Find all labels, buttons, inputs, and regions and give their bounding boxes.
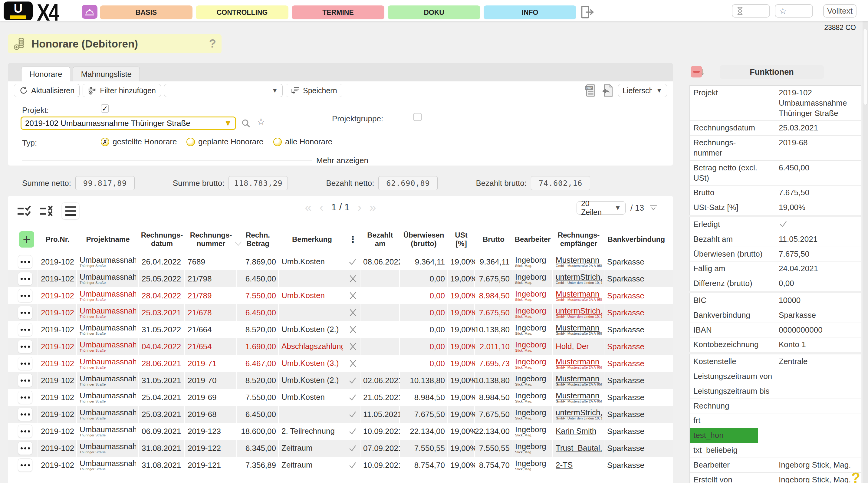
row-actions	[15, 423, 38, 440]
cell-remark	[279, 406, 345, 423]
cell-project-number[interactable]: 2019-102	[38, 338, 77, 355]
cell-invoice-recipient[interactable]: MustermannGmbH, Musterstraße 2A A-9567 M…	[553, 389, 604, 406]
chevron-down-icon: ▼	[614, 204, 621, 212]
detail-value: Konto 1	[776, 337, 861, 352]
add-filter-button[interactable]: Filter hinzufügen	[83, 84, 161, 97]
cell-invoice-recipient[interactable]: 2-TS	[553, 457, 604, 474]
row-menu-button[interactable]	[18, 408, 32, 421]
detail-value: 2019-68	[776, 136, 861, 160]
cell-project-number[interactable]: 2019-102	[38, 304, 77, 321]
detail-value: 0,00	[776, 276, 861, 291]
last-page-icon[interactable]: »	[369, 201, 376, 213]
tab-mahnungsliste[interactable]: Mahnungsliste	[73, 67, 140, 82]
pdf-export-icon[interactable]	[601, 84, 613, 97]
cell-invoice-number: 2019-123	[185, 423, 237, 440]
recent-items-field[interactable]	[732, 4, 770, 18]
project-favorite-star-icon[interactable]: ☆	[257, 116, 266, 127]
row-menu-button[interactable]	[18, 442, 32, 455]
saved-filter-select[interactable]: ▼	[164, 84, 283, 97]
cell-invoice-recipient[interactable]: Trust_Bautal,	[553, 440, 604, 457]
help-icon-yellow[interactable]: ?	[851, 470, 860, 483]
row-menu-button[interactable]	[18, 255, 32, 268]
favorites-field[interactable]: ☆	[775, 4, 813, 18]
cell-project-number[interactable]: 2019-102	[38, 287, 77, 304]
cell-bank: Sparkasse	[604, 321, 668, 338]
cell-invoice-recipient[interactable]: MustermannGmbH, Musterstraße 2A A-9567 M…	[553, 253, 604, 270]
cell-invoice-recipient[interactable]: Hold, Der	[553, 338, 604, 355]
nav-doku[interactable]: DOKU	[388, 5, 480, 20]
show-more-link[interactable]: Mehr anzeigen	[316, 156, 368, 165]
radio-alle-honorare[interactable]: alle Honorare	[273, 137, 332, 147]
cell-project-number[interactable]: 2019-102	[38, 321, 77, 338]
help-icon[interactable]: ?	[209, 37, 216, 50]
add-invoice-button[interactable]: +	[19, 231, 34, 248]
cell-invoice-recipient[interactable]: untermStrich,GmbH, Unter den Linden 10, …	[553, 304, 604, 321]
first-page-icon[interactable]: «	[305, 201, 311, 213]
radio-gestellte-honorare[interactable]: ✗gestellte Honorare	[101, 137, 177, 147]
row-menu-button[interactable]	[18, 458, 32, 472]
next-page-icon[interactable]: ›	[358, 201, 361, 213]
detail-table: Projekt2019-102 Umbaumassnahme Thüringer…	[689, 85, 861, 483]
scrollbar-thumb[interactable]	[863, 29, 867, 105]
radio-geplante-honorare[interactable]: geplante Honorare	[186, 137, 263, 147]
deselect-all-icon[interactable]	[39, 204, 55, 218]
row-menu-button[interactable]	[18, 374, 32, 387]
row-menu-button[interactable]	[18, 340, 32, 353]
nav-info[interactable]: INFO	[484, 5, 576, 20]
cell-project-number[interactable]: 2019-102	[38, 406, 77, 423]
project-checkbox[interactable]: ✓	[101, 104, 109, 112]
detail-value	[776, 413, 861, 428]
row-menu-button[interactable]	[18, 289, 32, 302]
row-menu-button[interactable]	[18, 391, 32, 404]
cell-vat: 19,00%	[447, 338, 475, 355]
scrollbar-track[interactable]	[863, 21, 868, 483]
row-menu-button[interactable]	[18, 357, 32, 370]
functions-header-button[interactable]: ↓ Funktionen	[720, 65, 824, 79]
cell-invoice-recipient[interactable]: untermStrich,GmbH, Unter den Linden 10, …	[553, 270, 604, 287]
rows-per-page-select[interactable]: 20 Zeilen ▼	[577, 201, 626, 215]
cell-invoice-recipient[interactable]: MustermannGmbH, Musterstraße 2A A-9567 M…	[553, 287, 604, 304]
nav-controlling[interactable]: CONTROLLING	[196, 5, 288, 20]
fulltext-search-button[interactable]: Volltext	[823, 4, 857, 18]
cell-project-number[interactable]: 2019-102	[38, 423, 77, 440]
csv-export-icon[interactable]: CSV	[584, 84, 596, 97]
tab-honorare[interactable]: Honorare	[21, 67, 70, 82]
cell-project-number[interactable]: 2019-102	[38, 270, 77, 287]
nav-termine[interactable]: TERMINE	[292, 5, 384, 20]
detail-label: Leistungszeitraum bis	[690, 384, 776, 398]
birthday-reminder-button[interactable]	[82, 5, 97, 19]
row-menu-button[interactable]	[18, 425, 32, 438]
logout-button[interactable]	[580, 5, 595, 20]
collapse-rows-icon[interactable]	[649, 204, 658, 212]
cell-vat: 19,00%	[447, 304, 475, 321]
delivery-note-select[interactable]: Lieferschein ▼	[618, 84, 667, 97]
row-menu-button[interactable]	[18, 306, 32, 319]
project-select[interactable]: 2019-102 Umbaumassnahme Thüringer Straße…	[21, 117, 236, 130]
cell-vat: 19,00%	[447, 372, 475, 389]
cell-project-number[interactable]: 2019-102	[38, 440, 77, 457]
cell-project-number[interactable]: 2019-102	[38, 389, 77, 406]
cell-project-number[interactable]: 2019-102	[38, 372, 77, 389]
cell-invoice-recipient[interactable]: untermStrich,GmbH, Unter den Linden 10, …	[553, 406, 604, 423]
table-row: 2019-102UmbaumassnahmeThüringer Straße04…	[8, 338, 673, 355]
cell-invoice-recipient[interactable]: MustermannGmbH, Musterstraße 2A A-9567 M…	[553, 321, 604, 338]
list-view-icon[interactable]	[62, 202, 79, 219]
row-menu-button[interactable]	[18, 323, 32, 336]
refresh-button[interactable]: Aktualisieren	[14, 84, 80, 97]
cell-invoice-recipient[interactable]: MustermannGmbH, Musterstraße 2A A-9567 M…	[553, 372, 604, 389]
search-icon[interactable]	[241, 118, 251, 129]
save-button[interactable]: Speichern	[286, 84, 342, 97]
cell-project-number[interactable]: 2019-102	[38, 253, 77, 270]
row-menu-button[interactable]	[18, 272, 32, 285]
select-all-icon[interactable]	[17, 204, 33, 218]
cell-invoice-recipient[interactable]: MustermannGmbH, Musterstraße 2A A-9567 M…	[553, 355, 604, 372]
cell-project-number[interactable]: 2019-102	[38, 355, 77, 372]
cell-vat: 19,00%	[447, 253, 475, 270]
project-group-checkbox[interactable]	[413, 113, 422, 121]
cell-vat: 19,00%	[447, 457, 475, 474]
col-header-0: +	[15, 231, 38, 248]
cell-invoice-recipient[interactable]: Karin Smith	[553, 423, 604, 440]
prev-page-icon[interactable]: ‹	[319, 201, 323, 213]
cell-project-number[interactable]: 2019-102	[38, 457, 77, 474]
nav-basis[interactable]: BASIS	[100, 5, 192, 20]
